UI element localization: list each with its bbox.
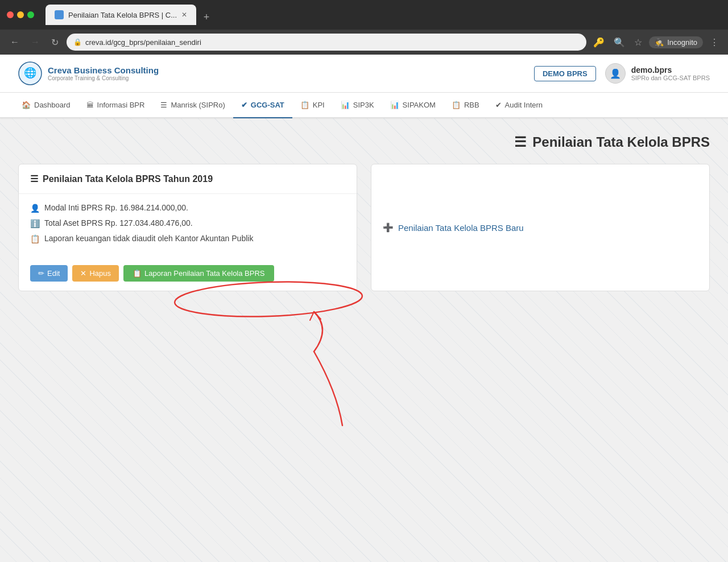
hapus-icon: ✕ (80, 269, 86, 278)
hapus-button[interactable]: ✕ Hapus (72, 265, 119, 282)
total-aset-icon: ℹ️ (30, 219, 40, 228)
modal-inti-text: Modal Inti BPRS Rp. 16.984.214.000,00. (44, 203, 188, 212)
dashboard-icon: 🏠 (22, 101, 31, 109)
kpi-icon: 📋 (300, 101, 309, 109)
nav-item-gcg-sat[interactable]: ✔ GCG-SAT (233, 93, 292, 118)
new-tab-button[interactable]: + (198, 9, 214, 25)
logo-icon: 🌐 (18, 61, 42, 85)
rbb-icon: 📋 (452, 101, 461, 109)
tab-close-button[interactable]: ✕ (181, 11, 187, 19)
url-text: creva.id/gcg_bprs/penilaian_sendiri (85, 38, 201, 47)
laporan-keuangan-text: Laporan keuangan tidak diaudit oleh Kant… (44, 234, 253, 243)
content-grid: ☰ Penilaian Tata Kelola BPRS Tahun 2019 … (18, 164, 710, 291)
edit-button[interactable]: ✏ Edit (30, 265, 68, 282)
nav-item-sip3k[interactable]: 📊 SIP3K (333, 93, 382, 118)
user-details: demo.bprs SIPRo dan GCG-SAT BPRS (631, 65, 710, 81)
incognito-icon: 🕵 (655, 38, 664, 47)
plus-icon: ➕ (383, 222, 394, 233)
gcg-icon: ✔ (241, 101, 247, 109)
close-button[interactable] (7, 11, 14, 18)
browser-nav-bar: ← → ↻ 🔒 creva.id/gcg_bprs/penilaian_send… (0, 30, 728, 55)
main-content: ☰ Penilaian Tata Kelola BPRS ☰ Penilaian… (0, 118, 728, 307)
nav-item-manrisk[interactable]: ☰ Manrisk (SIPRo) (152, 93, 233, 118)
tab-favicon (55, 10, 64, 19)
laporan-button[interactable]: 📋 Laporan Penilaian Tata Kelola BPRS (123, 265, 274, 282)
header-right: DEMO BPRS 👤 demo.bprs SIPRo dan GCG-SAT … (534, 63, 710, 84)
page-title-icon: ☰ (514, 134, 527, 150)
brand-sub: Corporate Training & Consulting (48, 75, 159, 81)
content-wrapper: ☰ Penilaian Tata Kelola BPRS Tahun 2019 … (18, 164, 710, 291)
lock-icon: 🔒 (73, 38, 82, 46)
nav-actions: 🔑 🔍 ☆ 🕵 Incognito ⋮ (591, 35, 721, 50)
address-bar[interactable]: 🔒 creva.id/gcg_bprs/penilaian_sendiri (67, 34, 586, 51)
bookmark-icon[interactable]: ☆ (632, 35, 644, 50)
back-button[interactable]: ← (7, 35, 23, 49)
nav-item-rbb[interactable]: 📋 RBB (444, 93, 487, 118)
user-name: demo.bprs (631, 65, 710, 75)
refresh-button[interactable]: ↻ (48, 35, 62, 50)
nav-item-dashboard[interactable]: 🏠 Dashboard (14, 93, 78, 118)
svg-text:🌐: 🌐 (24, 67, 37, 79)
nav-item-audit-intern[interactable]: ✔ Audit Intern (487, 93, 551, 118)
avatar: 👤 (605, 63, 626, 84)
main-nav: 🏠 Dashboard 🏛 Informasi BPR ☰ Manrisk (S… (0, 93, 728, 118)
audit-icon: ✔ (495, 101, 502, 109)
manrisk-icon: ☰ (160, 101, 167, 109)
app-header: 🌐 Creva Business Consulting Corporate Tr… (0, 55, 728, 93)
card-header-text: Penilaian Tata Kelola BPRS Tahun 2019 (43, 174, 213, 184)
card-body: 👤 Modal Inti BPRS Rp. 16.984.214.000,00.… (19, 194, 357, 258)
page-content: 🌐 Creva Business Consulting Corporate Tr… (0, 55, 728, 562)
active-tab[interactable]: Penilaian Tata Kelola BPRS | C... ✕ (46, 5, 196, 25)
new-entry-text: Penilaian Tata Kelola BPRS Baru (398, 223, 524, 233)
edit-icon: ✏ (38, 269, 44, 278)
incognito-badge: 🕵 Incognito (649, 36, 703, 48)
demo-bprs-button[interactable]: DEMO BPRS (534, 66, 596, 81)
modal-inti-item: 👤 Modal Inti BPRS Rp. 16.984.214.000,00. (30, 203, 345, 213)
user-info: 👤 demo.bprs SIPRo dan GCG-SAT BPRS (605, 63, 710, 84)
page-title: ☰ Penilaian Tata Kelola BPRS (514, 134, 710, 150)
traffic-lights (7, 11, 34, 18)
menu-button[interactable]: ⋮ (708, 35, 721, 50)
page-title-text: Penilaian Tata Kelola BPRS (532, 134, 710, 150)
modal-inti-icon: 👤 (30, 204, 40, 213)
new-entry-card: ➕ Penilaian Tata Kelola BPRS Baru (371, 164, 710, 291)
nav-item-sipakom[interactable]: 📊 SIPAKOM (382, 93, 444, 118)
nav-item-informasi-bpr[interactable]: 🏛 Informasi BPR (78, 93, 153, 118)
penilaian-card: ☰ Penilaian Tata Kelola BPRS Tahun 2019 … (18, 164, 357, 291)
page-title-row: ☰ Penilaian Tata Kelola BPRS (18, 134, 710, 150)
card-actions: ✏ Edit ✕ Hapus 📋 Laporan Penilaian Tata … (19, 258, 357, 291)
minimize-button[interactable] (17, 11, 24, 18)
new-entry-link[interactable]: ➕ Penilaian Tata Kelola BPRS Baru (383, 222, 524, 233)
card-header-icon: ☰ (30, 173, 38, 184)
total-aset-text: Total Aset BPRS Rp. 127.034.480.476,00. (44, 218, 193, 228)
sip3k-icon: 📊 (341, 101, 350, 109)
card-header: ☰ Penilaian Tata Kelola BPRS Tahun 2019 (19, 164, 357, 194)
brand-name: Creva Business Consulting (48, 65, 159, 75)
informasi-icon: 🏛 (86, 101, 94, 109)
user-role: SIPRo dan GCG-SAT BPRS (631, 75, 710, 81)
total-aset-item: ℹ️ Total Aset BPRS Rp. 127.034.480.476,0… (30, 218, 345, 228)
logo-area: 🌐 Creva Business Consulting Corporate Tr… (18, 61, 159, 85)
incognito-label: Incognito (667, 38, 697, 47)
maximize-button[interactable] (27, 11, 34, 18)
nav-item-kpi[interactable]: 📋 KPI (292, 93, 333, 118)
laporan-keuangan-icon: 📋 (30, 234, 40, 243)
laporan-keuangan-item: 📋 Laporan keuangan tidak diaudit oleh Ka… (30, 234, 345, 243)
search-icon[interactable]: 🔍 (611, 35, 627, 50)
tabs-bar: Penilaian Tata Kelola BPRS | C... ✕ + (46, 5, 721, 25)
key-icon[interactable]: 🔑 (591, 35, 607, 50)
laporan-icon: 📋 (133, 269, 142, 278)
sipakom-icon: 📊 (390, 101, 399, 109)
forward-button[interactable]: → (27, 35, 43, 49)
tab-title: Penilaian Tata Kelola BPRS | C... (68, 11, 177, 19)
